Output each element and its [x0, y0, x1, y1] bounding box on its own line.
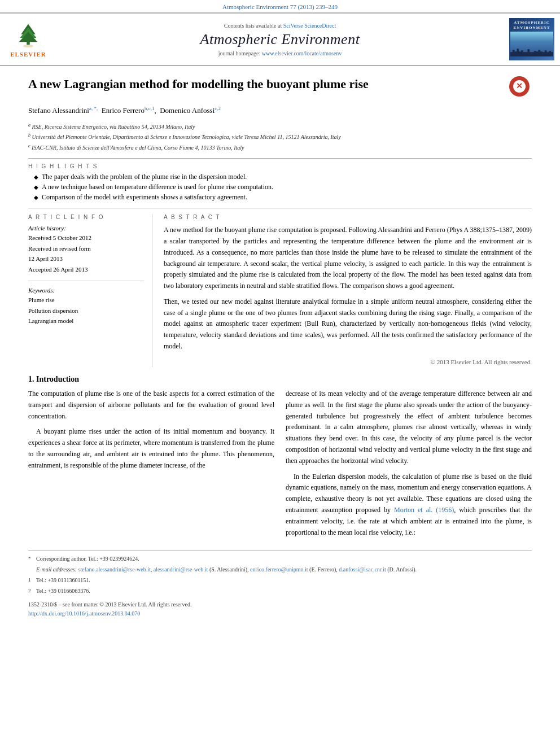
received-date: Received 5 October 2012 [28, 233, 144, 243]
article-info-col: A R T I C L E I N F O Article history: R… [28, 214, 152, 367]
revised-label: Received in revised form [28, 243, 144, 254]
keywords-list: Plume rise Pollution dispersion Lagrangi… [28, 295, 144, 326]
authors-line: Stefano Alessandrinia, *, Enrico Ferrero… [28, 104, 532, 117]
issn-text: 1352-2310/$ – see front matter © 2013 El… [28, 600, 191, 609]
email-link-2[interactable]: alessandrini@rse-web.it [154, 566, 208, 573]
atm-env-logo: ATMOSPHERICENVIRONMENT [504, 18, 560, 60]
footnote-corresponding: * Corresponding author. Tel.: +39 023992… [28, 554, 532, 563]
intro-two-col: The computation of plume rise is one of … [28, 388, 532, 543]
abstract-para-1: A new method for the buoyant plume rise … [164, 225, 532, 292]
abstract-col: A B S T R A C T A new method for the buo… [164, 214, 532, 367]
article-title-row: A new Lagrangian method for modelling th… [28, 76, 532, 99]
intro-para-3: decrease of its mean velocity and of the… [286, 388, 532, 467]
keyword-1: Plume rise [28, 295, 144, 305]
copyright-line: © 2013 Elsevier Ltd. All rights reserved… [164, 357, 532, 367]
elsevier-logo: ELSEVIER [0, 18, 56, 60]
email-link-3[interactable]: enrico.ferrero@unipmn.it [250, 566, 308, 573]
intro-para-2: A buoyant plume rises under the action o… [28, 426, 274, 471]
journal-homepage: journal homepage: www.elsevier.com/locat… [218, 50, 342, 56]
journal-header: ELSEVIER Contents lists available at Sci… [0, 12, 560, 66]
highlights-section: H I G H L I G H T S ◆ The paper deals wi… [28, 158, 532, 208]
intro-col-left: The computation of plume rise is one of … [28, 388, 274, 543]
affiliation-a: a RSE, Ricerca Sistema Energetico, via R… [28, 121, 532, 132]
info-divider [28, 281, 144, 281]
bullet-2: ◆ [34, 184, 38, 190]
sciverse-line: Contents lists available at SciVerse Sci… [224, 23, 336, 29]
section-title: 1. Introduction [28, 375, 532, 384]
history-label: Article history: [28, 225, 144, 231]
fn-marker-2: 2 [28, 587, 36, 596]
affiliations: a RSE, Ricerca Sistema Energetico, via R… [28, 121, 532, 152]
highlights-heading: H I G H L I G H T S [28, 163, 532, 169]
author1-name: Stefano Alessandrini [28, 106, 89, 115]
info-abstract-row: A R T I C L E I N F O Article history: R… [28, 214, 532, 367]
article-title: A new Lagrangian method for modelling th… [28, 76, 504, 93]
abstract-para-2: Then, we tested our new model against li… [164, 296, 532, 352]
footer-section: * Corresponding author. Tel.: +39 023992… [28, 551, 532, 618]
footer-bottom: 1352-2310/$ – see front matter © 2013 El… [28, 600, 532, 609]
main-content: A new Lagrangian method for modelling th… [0, 76, 560, 618]
bullet-1: ◆ [34, 174, 38, 180]
keywords-label: Keywords: [28, 287, 144, 294]
affiliation-b: b Università del Piemonte Orientale, Dip… [28, 132, 532, 142]
intro-para-1: The computation of plume rise is one of … [28, 388, 274, 422]
journal-title: Atmospheric Environment [200, 31, 360, 48]
revised-date: 12 April 2013 [28, 254, 144, 264]
crossmark-badge[interactable]: ✕ [509, 76, 532, 99]
affiliation-c: c ISAC-CNR, Istituto di Scienze dell'Atm… [28, 142, 532, 152]
abstract-text: A new method for the buoyant plume rise … [164, 225, 532, 367]
author3-name: Domenico Anfossi [160, 106, 215, 115]
journal-reference: Atmospheric Environment 77 (2013) 239–24… [0, 0, 560, 12]
doi-link[interactable]: http://dx.doi.org/10.1016/j.atmosenv.201… [28, 610, 140, 617]
author2-name: Enrico Ferrero [102, 106, 145, 115]
article-info-heading: A R T I C L E I N F O [28, 214, 144, 220]
journal-info: Contents lists available at SciVerse Sci… [56, 18, 504, 60]
footnote-1: 1 Tel.: +39 01313601151. [28, 576, 532, 585]
keyword-3: Lagrangian model [28, 316, 144, 326]
footnote-email: E-mail addresses: stefano.alessandrini@r… [28, 565, 532, 574]
email-label: E-mail addresses: [36, 566, 77, 573]
morton-ref-link[interactable]: Morton et al. (1956) [394, 506, 454, 514]
accepted-date: Accepted 26 April 2013 [28, 264, 144, 275]
intro-col-right: decrease of its mean velocity and of the… [286, 388, 532, 543]
elsevier-text: ELSEVIER [10, 51, 46, 58]
bullet-3: ◆ [34, 194, 38, 200]
email-link-1[interactable]: stefano.alessandrini@rse-web.it [78, 566, 151, 573]
svg-point-4 [23, 44, 33, 47]
intro-para-4: In the Eulerian dispersion models, the c… [286, 471, 532, 539]
highlight-item-3: ◆ Comparison of the model with experimen… [34, 193, 532, 202]
sciverse-link[interactable]: SciVerse ScienceDirect [283, 23, 336, 29]
fn-marker-1: 1 [28, 576, 36, 585]
keyword-2: Pollution dispersion [28, 305, 144, 316]
abstract-heading: A B S T R A C T [164, 214, 532, 220]
doi-line: http://dx.doi.org/10.1016/j.atmosenv.201… [28, 609, 532, 618]
fn-marker-star: * [28, 554, 36, 563]
highlight-item-2: ◆ A new technique based on temperature d… [34, 183, 532, 191]
introduction-section: 1. Introduction The computation of plume… [28, 375, 532, 543]
email-link-4[interactable]: d.anfossi@isac.cnr.it [339, 566, 386, 573]
highlight-item-1: ◆ The paper deals with the problem of th… [34, 173, 532, 181]
homepage-link[interactable]: www.elsevier.com/locate/atmosenv [262, 50, 342, 56]
article-dates: Received 5 October 2012 Received in revi… [28, 233, 144, 275]
fn-marker-email [28, 565, 36, 574]
footnote-2: 2 Tel.: +39 01166063376. [28, 587, 532, 596]
